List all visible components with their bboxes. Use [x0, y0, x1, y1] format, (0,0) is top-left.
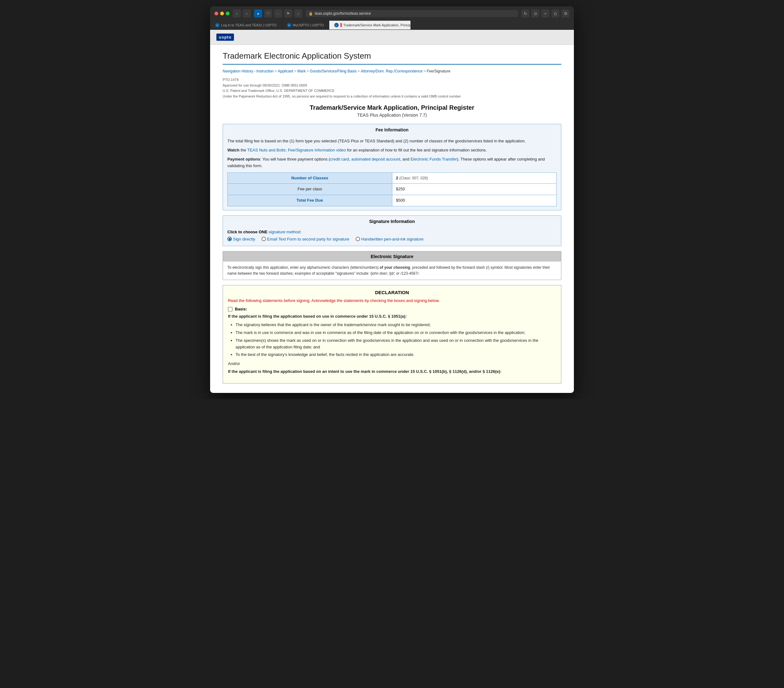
windows-icon[interactable]: ⧉ — [562, 10, 570, 18]
payment-link-eft[interactable]: Electronic Funds Transfer — [410, 157, 457, 161]
tab-badge: 1 — [340, 23, 342, 27]
decl-checkbox-row: Basis: — [228, 307, 556, 311]
breadcrumb-mark[interactable]: Mark — [297, 69, 306, 73]
fee-payment-text: Payment options: You will have three pay… — [227, 156, 557, 170]
form-info-line2: Approved for use through 09/30/2021. OMB… — [222, 83, 562, 89]
basis-intro: If the applicant is filing the applicati… — [228, 313, 556, 320]
fee-watch-link[interactable]: TEAS Nuts and Bolts: Fee/Signature Infor… — [247, 148, 346, 152]
fee-section-title: Fee Information — [223, 124, 561, 135]
sep4: > — [307, 69, 309, 73]
tab-favicon-2: U — [287, 23, 292, 27]
intent-title: If the applicant is filing the applicati… — [228, 369, 556, 375]
breadcrumb-attorney[interactable]: Attorney/Dom. Rep./Correspondence — [361, 69, 422, 73]
basis-checkbox[interactable] — [228, 307, 232, 311]
fee-total-value: $500 — [392, 195, 557, 206]
sig-option-direct[interactable]: Sign directly — [227, 237, 255, 242]
download-icon[interactable]: ⊙ — [531, 10, 539, 18]
home-icon[interactable]: ⌂ — [294, 10, 302, 18]
breadcrumb-instruction[interactable]: Instruction — [256, 69, 273, 73]
tab-favicon-1: U — [215, 23, 219, 27]
radio-sign-directly[interactable] — [227, 237, 232, 241]
tab-trademark[interactable]: U 1 Trademark/Service Mark Application, … — [329, 21, 411, 30]
more-icon[interactable]: ··· — [274, 10, 282, 18]
fee-per-class-value: $250 — [392, 184, 557, 195]
sep6: > — [424, 69, 426, 73]
fee-row-classes-value: 2 (Class: 007, 028) — [392, 173, 557, 184]
breadcrumb: Navigation History › Instruction > Appli… — [222, 69, 562, 73]
minimize-button[interactable] — [220, 12, 224, 15]
fee-per-class-text: Fee per class — [298, 187, 322, 191]
tab-favicon-3: U — [334, 23, 339, 27]
refresh-icon[interactable]: ↻ — [521, 10, 529, 18]
email-second-party-link[interactable]: Email Text Form to second party for sign… — [267, 237, 349, 242]
payment-link-credit[interactable]: credit card — [330, 157, 349, 161]
breadcrumb-applicant[interactable]: Applicant — [278, 69, 293, 73]
sig-choose-text: Click to choose ONE signature method: — [227, 230, 557, 234]
number-of-classes-link[interactable]: Number of Classes — [292, 176, 328, 180]
sign-directly-link[interactable]: Sign directly — [233, 237, 255, 242]
sig-option-handwritten[interactable]: Handwritten pen-and-ink signature — [356, 237, 424, 242]
payment-link-deposit[interactable]: automated deposit account — [351, 157, 400, 161]
sep2: > — [275, 69, 277, 73]
circle-icon[interactable]: ● — [254, 10, 262, 18]
back-button[interactable]: ‹ — [233, 10, 241, 18]
fullscreen-button[interactable] — [226, 12, 229, 15]
tab-label-1: Log in to TEAS and TEASI | USPTO — [221, 23, 277, 27]
browser-tabs: U Log in to TEAS and TEASI | USPTO U MyU… — [210, 21, 574, 30]
decl-title: DECLARATION — [228, 290, 556, 295]
form-info-line3: U.S. Patent and Trademark Office; U.S. D… — [222, 88, 562, 94]
breadcrumb-goods[interactable]: Goods/Services/Filing Basis — [310, 69, 357, 73]
fee-section-body: The total filing fee is based on the (1)… — [223, 135, 561, 210]
logo-text: uspto — [219, 35, 231, 40]
page-main: Trademark Electronic Application System … — [210, 45, 574, 393]
total-fee-link[interactable]: Total Fee Due — [296, 198, 323, 202]
basis-label: Basis: — [235, 307, 247, 311]
decl-body: If the applicant is filing the applicati… — [228, 313, 556, 375]
sep3: > — [294, 69, 296, 73]
handwritten-link[interactable]: Handwritten pen-and-ink signature — [361, 237, 424, 242]
browser-window: ‹ › ● 🛡 ··· ⚑ ⌂ 🔒 teas.uspto.gov/forms/t… — [210, 6, 574, 393]
fee-row-classes: Number of Classes 2 (Class: 007, 028) — [228, 173, 557, 184]
basis-bullets-list: The signatory believes that the applican… — [236, 322, 556, 358]
basis-bullet-1: The signatory believes that the applican… — [236, 322, 556, 328]
share-icon[interactable]: ⎙ — [551, 10, 560, 18]
tab-myuspto[interactable]: U MyUSPTO | USPTO — [282, 21, 329, 30]
payment-options-label: Payment options — [227, 157, 260, 161]
signature-method-link[interactable]: signature method — [269, 230, 300, 234]
fee-row-total: Total Fee Due $500 — [228, 195, 557, 206]
forward-button[interactable]: › — [243, 10, 251, 18]
plus-icon[interactable]: + — [541, 10, 549, 18]
close-button[interactable] — [214, 12, 218, 15]
security-icon: ⚑ — [284, 10, 292, 18]
esig-title: Electronic Signature — [223, 252, 561, 262]
radio-email-second-party[interactable] — [262, 237, 266, 241]
page-header: uspto — [210, 30, 574, 45]
breadcrumb-nav-history[interactable]: Navigation History — [222, 69, 253, 73]
sig-options: Sign directly Email Text Form to second … — [227, 237, 557, 242]
page-content: uspto Trademark Electronic Application S… — [210, 30, 574, 393]
fee-table: Number of Classes 2 (Class: 007, 028) Fe… — [227, 173, 557, 206]
sig-section-body: Click to choose ONE signature method: Si… — [223, 227, 561, 246]
sig-option-email[interactable]: Email Text Form to second party for sign… — [262, 237, 349, 242]
classes-detail: (Class: 007, 028) — [399, 176, 428, 180]
basis-bullet-3: The specimen(s) shows the mark as used o… — [236, 337, 556, 351]
fee-description: The total filing fee is based on the (1)… — [227, 138, 557, 145]
classes-count: 2 — [396, 176, 398, 180]
form-info-line4: Under the Paperwork Reduction Act of 199… — [222, 94, 562, 99]
esig-body: To electronically sign this application,… — [223, 262, 561, 280]
tab-login[interactable]: U Log in to TEAS and TEASI | USPTO — [210, 21, 282, 30]
fee-per-class-label: Fee per class — [228, 184, 392, 195]
tab-label-2: MyUSPTO | USPTO — [293, 23, 324, 27]
fee-total-label: Total Fee Due — [228, 195, 392, 206]
esig-desc-pre: To electronically sign this application,… — [227, 265, 380, 270]
main-heading: Trademark/Service Mark Application, Prin… — [222, 104, 562, 111]
electronic-signature-section: Electronic Signature To electronically s… — [222, 251, 562, 280]
fee-row-classes-label: Number of Classes — [228, 173, 392, 184]
fee-watch-post: for an explanation of how to fill out th… — [347, 148, 487, 152]
radio-handwritten[interactable] — [356, 237, 360, 241]
sep1: › — [254, 69, 255, 73]
decl-basis-block: Basis: If the applicant is filing the ap… — [228, 307, 556, 375]
address-bar[interactable]: 🔒 teas.uspto.gov/forms/teas.service — [305, 10, 518, 17]
browser-titlebar: ‹ › ● 🛡 ··· ⚑ ⌂ 🔒 teas.uspto.gov/forms/t… — [210, 6, 574, 21]
and-or-text: And/or — [228, 360, 556, 367]
